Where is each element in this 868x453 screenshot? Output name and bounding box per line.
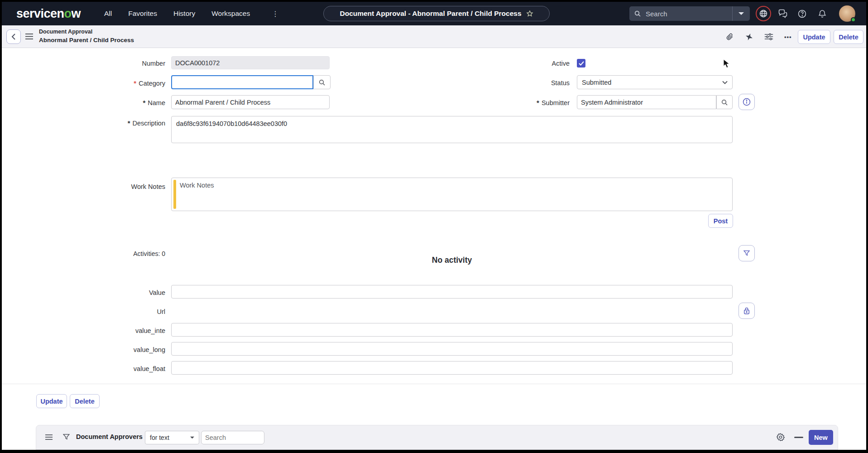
current-record-pill[interactable]: Document Approval - Abnormal Parent / Ch…: [323, 6, 550, 21]
category-lookup-button[interactable]: [313, 75, 331, 89]
work-notes-accent-bar: [173, 180, 176, 209]
nav-item-favorites[interactable]: Favorites: [128, 10, 157, 18]
globe-icon: [759, 9, 768, 18]
global-search[interactable]: [629, 6, 750, 21]
caret-down-icon: [190, 436, 194, 439]
nav-item-workspaces[interactable]: Workspaces: [211, 10, 250, 18]
form-title-record: Abnormal Parent / Child Process: [39, 36, 134, 45]
url-label: Url: [157, 308, 165, 315]
logo-accent-o: o: [64, 7, 72, 21]
gear-icon: [776, 433, 785, 442]
servicenow-logo[interactable]: servicenow: [16, 2, 81, 25]
help-button[interactable]: [797, 9, 807, 20]
required-marker: *: [134, 79, 136, 87]
description-textarea[interactable]: da6f8c93f6194070b10d64483ee030f0: [171, 116, 733, 143]
number-input: [171, 56, 330, 69]
footer-delete-button[interactable]: Delete: [70, 394, 100, 408]
related-list-settings-button[interactable]: [776, 433, 785, 443]
submitter-lookup-button[interactable]: [716, 95, 733, 109]
status-label: Status: [551, 79, 570, 87]
active-label: Active: [552, 60, 570, 67]
info-icon: [742, 97, 751, 106]
required-marker: *: [128, 119, 130, 127]
update-button[interactable]: Update: [798, 30, 830, 44]
global-search-input[interactable]: [645, 10, 732, 18]
page: servicenow All Favorites History Workspa…: [2, 2, 866, 450]
related-list-search-field-select[interactable]: for text: [145, 431, 199, 444]
presence-status-dot: [851, 17, 856, 22]
value-float-input[interactable]: [171, 361, 733, 375]
attachment-button[interactable]: [725, 33, 734, 41]
required-marker: *: [537, 99, 539, 106]
chat-icon: [778, 9, 788, 18]
sliders-icon: [764, 33, 773, 41]
no-activity-text: No activity: [171, 255, 733, 265]
work-notes-textarea[interactable]: [171, 178, 733, 211]
footer-update-button[interactable]: Update: [36, 394, 67, 408]
user-avatar[interactable]: [839, 5, 855, 22]
sparkle-icon: [745, 33, 753, 41]
submitter-label: *Submitter: [537, 99, 570, 106]
globe-button-highlighted[interactable]: [756, 6, 771, 21]
related-list-menu-button[interactable]: [45, 434, 53, 442]
new-record-button[interactable]: New: [809, 430, 833, 445]
nav-item-history[interactable]: History: [173, 10, 195, 18]
nav-more-icon[interactable]: ⋮: [272, 2, 279, 25]
delete-button[interactable]: Delete: [834, 30, 863, 44]
search-icon: [318, 79, 326, 86]
value-long-input[interactable]: [171, 342, 733, 356]
top-nav: servicenow All Favorites History Workspa…: [2, 2, 866, 25]
value-inte-input[interactable]: [171, 323, 733, 337]
category-label: *Category: [134, 79, 165, 87]
hamburger-icon: [45, 434, 53, 440]
activity-filter-button[interactable]: [739, 245, 755, 261]
form-title-table: Document Approval: [39, 28, 134, 36]
personalize-form-button[interactable]: [764, 33, 773, 41]
value-float-label: value_float: [134, 365, 165, 372]
related-list-header: Document Approvers for text New: [36, 425, 838, 450]
name-input[interactable]: [171, 95, 330, 109]
form-footer-divider: [2, 384, 866, 384]
help-icon: [797, 9, 807, 19]
value-input[interactable]: [171, 285, 733, 299]
active-checkbox[interactable]: [577, 59, 585, 67]
logo-text: servicen: [16, 7, 64, 21]
screenshot-frame: servicenow All Favorites History Workspa…: [0, 0, 868, 453]
chat-button[interactable]: [778, 9, 788, 20]
activities-count-label: Activities: 0: [133, 250, 165, 257]
check-icon: [579, 61, 584, 66]
funnel-icon: [743, 250, 750, 257]
value-label: Value: [149, 289, 165, 296]
bell-icon: [818, 9, 827, 19]
funnel-icon: [62, 433, 70, 441]
form-context-menu-button[interactable]: [25, 33, 33, 42]
form-header-actions: •••: [725, 25, 792, 48]
logo-text-2: w: [72, 7, 81, 21]
related-list-search-input[interactable]: [201, 431, 264, 444]
ai-assist-button[interactable]: [745, 33, 753, 41]
back-button[interactable]: [6, 29, 21, 44]
post-button[interactable]: Post: [708, 214, 733, 228]
category-input[interactable]: [171, 75, 313, 89]
submitter-input[interactable]: [577, 95, 716, 109]
submitter-preview-button[interactable]: [739, 94, 755, 110]
related-list-filter-button[interactable]: [62, 433, 70, 443]
more-actions-button[interactable]: •••: [784, 34, 792, 40]
favorite-star-icon[interactable]: [526, 10, 533, 17]
collapse-list-button[interactable]: [794, 437, 803, 438]
search-scope-dropdown[interactable]: [733, 11, 750, 16]
mouse-cursor: [723, 59, 730, 69]
url-lock-button[interactable]: [739, 303, 755, 319]
work-notes-label: Work Notes: [131, 183, 165, 190]
status-select[interactable]: Submitted: [577, 75, 733, 89]
name-label: *Name: [143, 99, 165, 106]
paperclip-icon: [725, 33, 734, 41]
chevron-down-icon: [722, 81, 728, 84]
pill-title: Document Approval - Abnormal Parent / Ch…: [340, 10, 521, 18]
value-inte-label: value_inte: [135, 327, 165, 334]
nav-menu: All Favorites History Workspaces: [104, 2, 250, 25]
notifications-button[interactable]: [818, 9, 827, 20]
nav-item-all[interactable]: All: [104, 10, 112, 18]
chevron-down-icon: [738, 11, 744, 16]
work-notes-field: [171, 178, 733, 211]
